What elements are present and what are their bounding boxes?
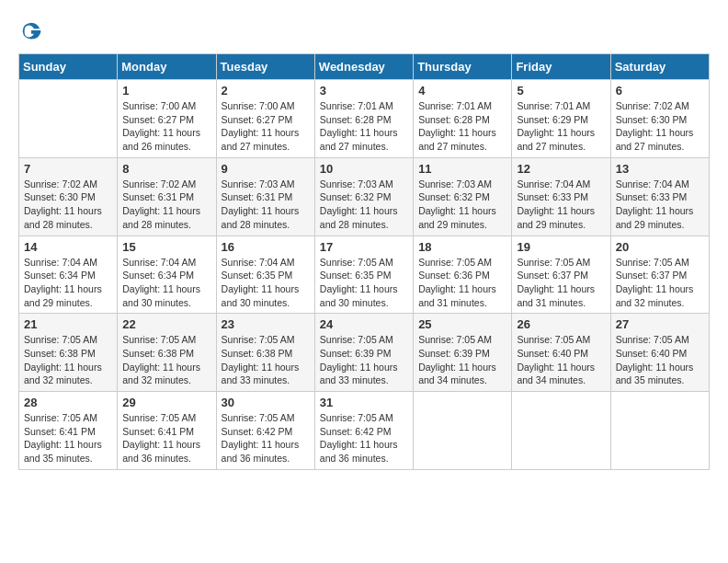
header-day-wednesday: Wednesday: [314, 54, 413, 80]
calendar-cell: 12Sunrise: 7:04 AMSunset: 6:33 PMDayligh…: [512, 157, 610, 236]
day-info: Sunrise: 7:04 AMSunset: 6:33 PMDaylight:…: [616, 178, 704, 232]
calendar-cell: 13Sunrise: 7:04 AMSunset: 6:33 PMDayligh…: [610, 157, 709, 236]
calendar-cell: 7Sunrise: 7:02 AMSunset: 6:30 PMDaylight…: [19, 157, 118, 236]
day-number: 22: [122, 317, 210, 331]
calendar-cell: 30Sunrise: 7:05 AMSunset: 6:42 PMDayligh…: [216, 392, 314, 470]
day-number: 20: [616, 240, 704, 254]
calendar-cell: 11Sunrise: 7:03 AMSunset: 6:32 PMDayligh…: [414, 157, 512, 236]
day-info: Sunrise: 7:04 AMSunset: 6:34 PMDaylight:…: [24, 256, 112, 310]
header-day-sunday: Sunday: [19, 54, 118, 80]
calendar-cell: [19, 80, 118, 158]
day-info: Sunrise: 7:05 AMSunset: 6:41 PMDaylight:…: [24, 411, 112, 465]
day-number: 4: [418, 84, 506, 98]
day-info: Sunrise: 7:05 AMSunset: 6:37 PMDaylight:…: [616, 256, 704, 310]
day-number: 18: [418, 240, 506, 254]
day-info: Sunrise: 7:05 AMSunset: 6:36 PMDaylight:…: [418, 256, 506, 310]
calendar-cell: 26Sunrise: 7:05 AMSunset: 6:40 PMDayligh…: [512, 314, 610, 392]
day-number: 16: [222, 240, 310, 254]
day-info: Sunrise: 7:05 AMSunset: 6:42 PMDaylight:…: [320, 411, 408, 465]
day-info: Sunrise: 7:05 AMSunset: 6:35 PMDaylight:…: [320, 256, 408, 310]
day-number: 31: [320, 396, 408, 409]
calendar-cell: 29Sunrise: 7:05 AMSunset: 6:41 PMDayligh…: [118, 392, 216, 470]
day-info: Sunrise: 7:03 AMSunset: 6:32 PMDaylight:…: [418, 178, 506, 232]
day-number: 9: [222, 162, 310, 176]
day-number: 14: [24, 240, 112, 254]
calendar-cell: 10Sunrise: 7:03 AMSunset: 6:32 PMDayligh…: [314, 157, 413, 236]
day-info: Sunrise: 7:05 AMSunset: 6:40 PMDaylight:…: [616, 333, 704, 387]
day-info: Sunrise: 7:05 AMSunset: 6:40 PMDaylight:…: [517, 333, 605, 387]
day-number: 24: [320, 317, 408, 331]
logo: [18, 18, 46, 44]
header-day-tuesday: Tuesday: [216, 54, 314, 80]
day-number: 6: [616, 84, 704, 98]
day-number: 12: [517, 162, 605, 176]
day-info: Sunrise: 7:01 AMSunset: 6:28 PMDaylight:…: [320, 99, 408, 154]
header-day-friday: Friday: [512, 54, 610, 80]
logo-icon: [18, 18, 44, 44]
header-day-thursday: Thursday: [414, 54, 512, 80]
day-info: Sunrise: 7:02 AMSunset: 6:31 PMDaylight:…: [122, 178, 210, 232]
day-info: Sunrise: 7:05 AMSunset: 6:38 PMDaylight:…: [24, 333, 112, 387]
day-number: 21: [24, 317, 112, 331]
day-number: 29: [122, 396, 210, 409]
day-number: 26: [517, 317, 605, 331]
day-number: 13: [616, 162, 704, 176]
calendar-cell: [610, 392, 709, 470]
calendar-cell: 14Sunrise: 7:04 AMSunset: 6:34 PMDayligh…: [19, 236, 118, 314]
day-number: 27: [616, 317, 704, 331]
calendar-cell: 18Sunrise: 7:05 AMSunset: 6:36 PMDayligh…: [414, 236, 512, 314]
day-number: 7: [24, 162, 112, 176]
calendar-body: 1Sunrise: 7:00 AMSunset: 6:27 PMDaylight…: [19, 80, 710, 470]
day-number: 15: [122, 240, 210, 254]
week-row-3: 21Sunrise: 7:05 AMSunset: 6:38 PMDayligh…: [19, 314, 710, 392]
calendar-cell: 4Sunrise: 7:01 AMSunset: 6:28 PMDaylight…: [414, 80, 512, 158]
day-info: Sunrise: 7:05 AMSunset: 6:37 PMDaylight:…: [517, 256, 605, 310]
calendar-cell: 3Sunrise: 7:01 AMSunset: 6:28 PMDaylight…: [314, 80, 413, 158]
day-info: Sunrise: 7:01 AMSunset: 6:29 PMDaylight:…: [517, 99, 605, 154]
day-number: 2: [222, 84, 310, 98]
day-info: Sunrise: 7:05 AMSunset: 6:42 PMDaylight:…: [222, 411, 310, 465]
day-number: 10: [320, 162, 408, 176]
day-number: 3: [320, 84, 408, 98]
calendar-cell: 27Sunrise: 7:05 AMSunset: 6:40 PMDayligh…: [610, 314, 709, 392]
week-row-4: 28Sunrise: 7:05 AMSunset: 6:41 PMDayligh…: [19, 392, 710, 470]
calendar-cell: 9Sunrise: 7:03 AMSunset: 6:31 PMDaylight…: [216, 157, 314, 236]
calendar-cell: 19Sunrise: 7:05 AMSunset: 6:37 PMDayligh…: [512, 236, 610, 314]
header-day-saturday: Saturday: [610, 54, 709, 80]
week-row-1: 7Sunrise: 7:02 AMSunset: 6:30 PMDaylight…: [19, 157, 710, 236]
day-number: 11: [418, 162, 506, 176]
calendar-header: SundayMondayTuesdayWednesdayThursdayFrid…: [19, 54, 710, 80]
day-info: Sunrise: 7:04 AMSunset: 6:34 PMDaylight:…: [122, 256, 210, 310]
day-info: Sunrise: 7:05 AMSunset: 6:39 PMDaylight:…: [320, 333, 408, 387]
day-info: Sunrise: 7:01 AMSunset: 6:28 PMDaylight:…: [418, 99, 506, 154]
day-number: 17: [320, 240, 408, 254]
calendar-cell: 2Sunrise: 7:00 AMSunset: 6:27 PMDaylight…: [216, 80, 314, 158]
day-info: Sunrise: 7:03 AMSunset: 6:32 PMDaylight:…: [320, 178, 408, 232]
day-info: Sunrise: 7:05 AMSunset: 6:38 PMDaylight:…: [222, 333, 310, 387]
day-info: Sunrise: 7:00 AMSunset: 6:27 PMDaylight:…: [122, 99, 210, 154]
calendar-cell: 22Sunrise: 7:05 AMSunset: 6:38 PMDayligh…: [118, 314, 216, 392]
calendar-cell: [512, 392, 610, 470]
day-number: 25: [418, 317, 506, 331]
day-number: 8: [122, 162, 210, 176]
day-info: Sunrise: 7:05 AMSunset: 6:38 PMDaylight:…: [122, 333, 210, 387]
calendar-cell: 24Sunrise: 7:05 AMSunset: 6:39 PMDayligh…: [314, 314, 413, 392]
week-row-2: 14Sunrise: 7:04 AMSunset: 6:34 PMDayligh…: [19, 236, 710, 314]
header-day-monday: Monday: [118, 54, 216, 80]
calendar-cell: 1Sunrise: 7:00 AMSunset: 6:27 PMDaylight…: [118, 80, 216, 158]
day-number: 23: [222, 317, 310, 331]
day-info: Sunrise: 7:04 AMSunset: 6:33 PMDaylight:…: [517, 178, 605, 232]
calendar-cell: 21Sunrise: 7:05 AMSunset: 6:38 PMDayligh…: [19, 314, 118, 392]
calendar-table: SundayMondayTuesdayWednesdayThursdayFrid…: [18, 53, 710, 470]
calendar-cell: 17Sunrise: 7:05 AMSunset: 6:35 PMDayligh…: [314, 236, 413, 314]
calendar-cell: 25Sunrise: 7:05 AMSunset: 6:39 PMDayligh…: [414, 314, 512, 392]
day-number: 1: [122, 84, 210, 98]
day-number: 28: [24, 396, 112, 409]
day-info: Sunrise: 7:02 AMSunset: 6:30 PMDaylight:…: [616, 99, 704, 154]
calendar-cell: 20Sunrise: 7:05 AMSunset: 6:37 PMDayligh…: [610, 236, 709, 314]
day-info: Sunrise: 7:02 AMSunset: 6:30 PMDaylight:…: [24, 178, 112, 232]
day-number: 5: [517, 84, 605, 98]
page-header: [18, 18, 710, 44]
calendar-cell: 16Sunrise: 7:04 AMSunset: 6:35 PMDayligh…: [216, 236, 314, 314]
day-info: Sunrise: 7:05 AMSunset: 6:39 PMDaylight:…: [418, 333, 506, 387]
